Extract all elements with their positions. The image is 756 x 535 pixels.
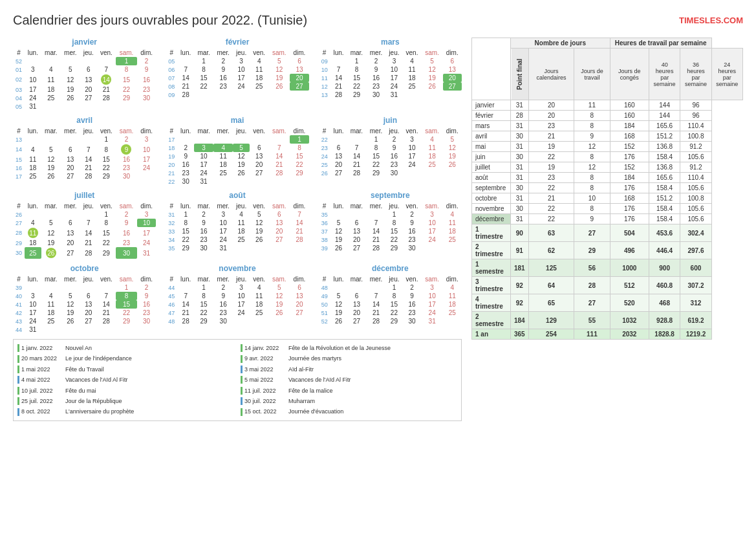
calendar-cell: 17 (137, 227, 156, 239)
calendar-cell: 12 (41, 227, 61, 239)
calendar-cell: 1 (290, 135, 308, 144)
calendar-cell: 23 (213, 309, 233, 317)
month-février: février#lun.mar.mer.jeu.ven.sam.dim.0512… (166, 38, 308, 111)
calendar-cell: 06 (166, 65, 177, 74)
calendar-cell (25, 210, 41, 219)
calendar-cell (116, 325, 137, 334)
calendar-cell: 24 (25, 94, 41, 102)
holiday-name: Fête de la Révolution et de la Jeunesse (288, 344, 391, 353)
calendar-cell: 18 (25, 164, 41, 172)
calendar-cell: 13 (290, 65, 308, 74)
stats-cell: 10 (574, 193, 610, 204)
calendar-cell: 9 (116, 219, 137, 227)
calendar-cell: 13 (290, 292, 308, 300)
month-title-novembre: novembre (166, 264, 308, 273)
calendar-cell: 12 (319, 82, 330, 91)
stats-cell: 1 trimestre (472, 224, 511, 242)
stats-cell: 152 (610, 142, 649, 152)
calendar-cell: 20 (290, 300, 308, 309)
stats-cell: 254 (528, 329, 574, 340)
stats-cell: 165.6 (649, 121, 680, 131)
stats-cell: 1828.8 (649, 329, 680, 340)
stats-cell: 31 (511, 100, 529, 111)
calendar-cell: 19 (233, 160, 250, 169)
holiday-name: Fête du Travail (65, 365, 104, 374)
calendar-cell: 22 (166, 177, 177, 186)
calendar-cell: 3 (233, 57, 250, 65)
stats-cell: 928.8 (649, 312, 680, 329)
calendar-cell: 24 (137, 164, 156, 172)
calendar-cell: 23 (137, 85, 156, 94)
calendar-cell: 21 (80, 239, 97, 247)
calendar-cell: 9 (137, 65, 156, 74)
calendar-cell (41, 210, 61, 219)
calendar-cell: 17 (194, 160, 213, 169)
stats-cell: 8 (574, 173, 610, 183)
month-title-octobre: octobre (13, 264, 156, 273)
calendar-cell: 30 (13, 247, 25, 259)
calendar-cell (330, 283, 347, 292)
calendar-cell: 4 (443, 210, 462, 219)
holiday-date: 5 mai 2022 (244, 375, 286, 384)
stats-cell: 91 (511, 242, 529, 259)
calendar-cell: 26 (61, 94, 80, 102)
calendar-cell (290, 91, 308, 99)
calendar-cell: 25 (402, 82, 421, 91)
holiday-date: 4 mai 2022 (21, 375, 63, 384)
month-septembre: septembre#lun.mar.mer.jeu.ven.sam.dim.35… (319, 191, 462, 259)
calendar-cell: 27 (61, 172, 80, 180)
calendar-cell: 2 (366, 57, 385, 65)
calendar-cell: 44 (13, 325, 25, 334)
calendar-cell (268, 317, 290, 325)
calendar-cell: 26 (61, 317, 80, 325)
stats-cell: 176 (610, 214, 649, 224)
calendar-cell: 20 (250, 160, 268, 169)
calendar-cell: 8 (116, 292, 137, 300)
stats-row: février2820816014496 (472, 111, 743, 121)
calendar-cell: 30 (194, 244, 213, 252)
calendar-cell: 11 (402, 65, 421, 74)
calendar-cell: 19 (61, 85, 80, 94)
calendar-cell: 16 (137, 74, 156, 85)
calendar-cell: 26 (250, 235, 268, 244)
calendar-cell: 28 (366, 244, 385, 252)
calendar-cell: 30 (137, 317, 156, 325)
calendar-cell: 17 (386, 74, 403, 82)
stats-cell: 184 (610, 173, 649, 183)
calendar-cell: 21 (330, 82, 347, 91)
calendar-cell: 27 (268, 235, 290, 244)
calendar-cell: 51 (319, 309, 330, 317)
calendar-cell: 21 (177, 82, 194, 91)
calendar-cell: 16 (213, 74, 233, 82)
calendar-cell (347, 135, 366, 144)
calendar-cell: 17 (137, 155, 156, 164)
calendar-cell: 11 (41, 74, 61, 85)
calendar-cell: 3 (194, 144, 213, 152)
calendar-cell: 27 (13, 219, 25, 227)
calendar-cell: 9 (194, 219, 213, 227)
calendar-cell (268, 244, 290, 252)
calendar-cell (61, 135, 80, 144)
calendar-cell: 22 (366, 160, 385, 169)
stats-cell: 105.6 (680, 204, 711, 214)
holiday-name: Nouvel An (65, 344, 92, 353)
calendar-cell: 6 (347, 219, 366, 227)
calendar-cell: 21 (268, 160, 290, 169)
calendar-cell: 8 (97, 144, 116, 155)
calendar-cell: 20 (80, 85, 97, 94)
month-juillet: juillet#lun.mar.mer.jeu.ven.sam.dim.2612… (13, 191, 156, 259)
calendar-cell: 7 (97, 65, 116, 74)
holiday-date: 3 mai 2022 (244, 365, 286, 374)
calendar-cell (80, 283, 97, 292)
month-mars: mars#lun.mar.mer.jeu.ven.sam.dim.0912345… (319, 38, 462, 111)
calendar-cell: 20 (80, 309, 97, 317)
stats-cell: 184 (610, 121, 649, 131)
stats-cell: 297.6 (680, 242, 711, 259)
stats-cell: 151.2 (649, 131, 680, 142)
calendar-cell (194, 91, 213, 99)
stats-cell: août (472, 173, 511, 183)
calendar-cell (422, 169, 443, 177)
calendar-cell: 11 (250, 292, 268, 300)
calendar-cell: 28 (80, 172, 97, 180)
calendar-cell: 10 (422, 292, 443, 300)
